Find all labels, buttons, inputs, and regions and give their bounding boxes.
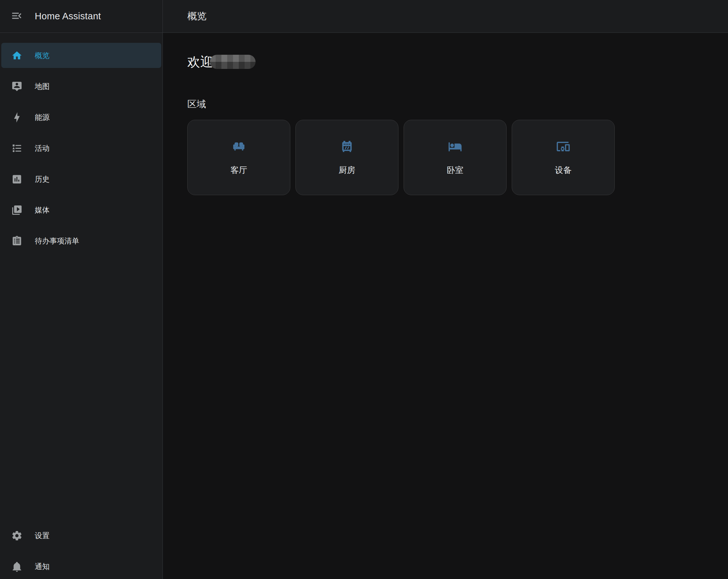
- main-area: 概览 欢迎 区域: [163, 0, 728, 579]
- bed-icon: [448, 140, 462, 154]
- stove-icon: [340, 140, 354, 154]
- menu-open-icon: [10, 10, 23, 23]
- area-card-label: 厨房: [339, 165, 355, 176]
- sidebar: Home Assistant 概览 地图 能源: [0, 0, 163, 579]
- area-cards: 客厅: [187, 120, 715, 195]
- sidebar-header: Home Assistant: [0, 0, 162, 33]
- sidebar-item-overview[interactable]: 概览: [1, 43, 161, 68]
- sidebar-item-settings[interactable]: 设置: [1, 523, 161, 548]
- app-title: Home Assistant: [35, 11, 101, 22]
- sidebar-item-label: 设置: [35, 531, 50, 541]
- welcome-heading: 欢迎: [187, 53, 715, 70]
- welcome-text: 欢迎: [187, 53, 213, 71]
- bar-chart-box-icon: [11, 174, 23, 185]
- area-card-living-room[interactable]: 客厅: [187, 120, 290, 195]
- sidebar-item-label: 活动: [35, 143, 50, 153]
- list-bulleted-type-icon: [11, 143, 23, 154]
- sidebar-item-label: 通知: [35, 562, 50, 572]
- home-icon: [11, 50, 23, 61]
- play-box-multiple-icon: [11, 204, 23, 216]
- clipboard-list-icon: [11, 235, 23, 247]
- sidebar-bottom-menu: 设置 通知: [0, 523, 162, 579]
- sidebar-item-label: 地图: [35, 81, 50, 92]
- area-card-kitchen[interactable]: 厨房: [295, 120, 398, 195]
- main-header: 概览: [163, 0, 728, 33]
- sidebar-item-label: 媒体: [35, 205, 50, 215]
- gear-icon: [11, 530, 23, 541]
- main-content: 欢迎 区域: [163, 33, 728, 579]
- sidebar-item-map[interactable]: 地图: [1, 74, 161, 99]
- sidebar-item-label: 概览: [35, 51, 50, 60]
- redacted-username: [210, 55, 256, 69]
- sidebar-item-label: 待办事项清单: [35, 236, 79, 246]
- area-card-devices[interactable]: 设备: [512, 120, 615, 195]
- sidebar-item-label: 历史: [35, 174, 50, 184]
- area-card-label: 设备: [555, 165, 572, 176]
- area-card-bedroom[interactable]: 卧室: [404, 120, 506, 195]
- lightning-bolt-icon: [11, 112, 23, 123]
- sidebar-item-notifications[interactable]: 通知: [1, 554, 161, 579]
- area-card-label: 卧室: [447, 165, 464, 176]
- sidebar-item-media[interactable]: 媒体: [1, 197, 161, 223]
- sofa-icon: [232, 140, 246, 154]
- map-account-icon: [11, 81, 23, 92]
- area-card-label: 客厅: [230, 165, 247, 176]
- sidebar-item-todo-lists[interactable]: 待办事项清单: [1, 228, 161, 253]
- sidebar-toggle-button[interactable]: [5, 5, 28, 28]
- areas-section-label: 区域: [187, 98, 715, 111]
- bell-icon: [11, 561, 23, 572]
- sidebar-menu: 概览 地图 能源 活动: [0, 33, 162, 253]
- home-assistant-app: Home Assistant 概览 地图 能源: [0, 0, 728, 579]
- devices-icon: [556, 140, 570, 154]
- sidebar-item-logbook[interactable]: 活动: [1, 135, 161, 161]
- sidebar-item-label: 能源: [35, 112, 50, 122]
- sidebar-item-energy[interactable]: 能源: [1, 105, 161, 130]
- page-title: 概览: [187, 10, 207, 23]
- sidebar-item-history[interactable]: 历史: [1, 167, 161, 192]
